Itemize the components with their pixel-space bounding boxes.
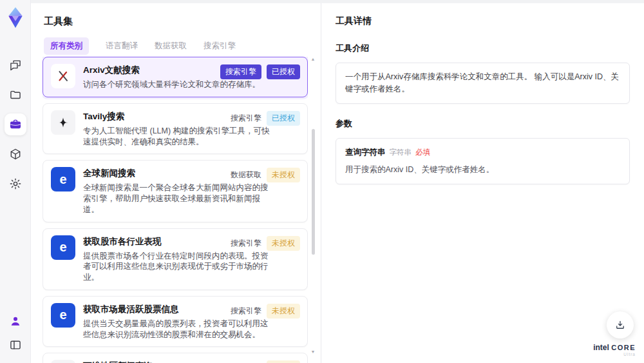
category-label: 搜索引擎 [231,113,261,124]
tool-description: 全球新闻搜索是一个聚合全球各大新闻网站内容的搜索引擎，帮助用户快速获取全球最新资… [83,182,270,215]
param-description: 用于搜索的Arxiv ID、关键字或作者姓名。 [345,164,620,176]
auth-status-badge: 未授权 [267,168,300,182]
category-label: 数据获取 [231,170,261,181]
tool-description: 提供股票市场各个行业在特定时间段内的表现。投资者可以利用这些信息来识别表现优于或… [83,251,270,283]
param-box: 查询字符串字符串必填 用于搜索的Arxiv ID、关键字或作者姓名。 [336,138,630,185]
sidebar [0,0,31,363]
core-brand-text: CORE [611,344,636,351]
category-badge: 搜索引擎 [220,64,261,79]
folder-icon[interactable] [5,84,26,106]
intro-heading: 工具介绍 [336,43,630,54]
tool-card-regional-news[interactable]: 万维地区新闻查询 查询具体行政区划内的新闻，快速了解各地新闻动 搜索引擎 未授权 [43,353,308,363]
scroll-down-arrow-icon[interactable]: ▼ [310,349,316,354]
tavily-star-icon [51,110,75,135]
auth-status-badge: 未授权 [267,236,300,251]
intel-core-logo: intel CORE Ultra [593,344,636,357]
sidebar-bottom [6,312,24,363]
tab-all-categories[interactable]: 所有类别 [44,37,89,55]
tool-card-list: Arxiv文献搜索 访问各个研究领域大量科学论文和文章的存储库。 搜索引擎 已授… [43,57,308,363]
brand-sub-text: Ultra [593,353,636,357]
intel-brand-text: intel [593,343,609,352]
panel-toggle-icon[interactable] [6,336,24,354]
category-tabs: 所有类别 语言翻译 数据获取 搜索引擎 [44,37,236,55]
params-heading: 参数 [336,118,630,130]
app-logo-icon [5,6,26,30]
param-required-flag: 必填 [415,148,430,156]
page-title: 工具集 [44,15,73,28]
user-avatar-icon[interactable] [6,312,24,330]
tool-card-arxiv[interactable]: Arxiv文献搜索 访问各个研究领域大量科学论文和文章的存储库。 搜索引擎 已授… [43,57,308,97]
tool-description: 专为人工智能代理 (LLM) 构建的搜索引擎工具，可快速提供实时、准确和真实的结… [83,126,270,148]
intro-box: 一个用于从Arxiv存储库搜索科学论文和文章的工具。 输入可以是Arxiv ID… [336,63,630,104]
download-tray-icon [614,319,626,331]
category-label: 搜索引擎 [231,306,261,317]
settings-gear-icon[interactable] [5,173,26,195]
scrollbar-thumb[interactable] [312,129,315,255]
tab-data-acquisition[interactable]: 数据获取 [155,37,187,55]
list-scrollbar: ▲ ▼ [310,57,316,358]
building-news-icon [51,360,75,363]
tool-card-global-news[interactable]: e 全球新闻搜索 全球新闻搜索是一个聚合全球各大新闻网站内容的搜索引擎，帮助用户… [43,160,308,222]
details-title: 工具详情 [336,15,630,27]
arxiv-logo-icon [51,64,75,88]
tool-card-tavily[interactable]: Tavily搜索 专为人工智能代理 (LLM) 构建的搜索引擎工具，可快速提供实… [43,103,308,155]
param-name: 查询字符串 [345,148,386,157]
news-app-icon: e [51,235,75,260]
tab-search-engine[interactable]: 搜索引擎 [204,37,236,55]
tool-card-active-stocks[interactable]: e 获取市场最活跃股票信息 提供当天交易量最高的股票列表，投资者可以利用这些信息… [43,296,308,348]
tab-language-translation[interactable]: 语言翻译 [106,37,138,55]
package-icon[interactable] [5,143,26,165]
tool-description: 访问各个研究领域大量科学论文和文章的存储库。 [83,79,270,90]
tool-details-panel: 工具详情 工具介绍 一个用于从Arxiv存储库搜索科学论文和文章的工具。 输入可… [321,0,644,363]
news-app-icon: e [51,167,75,191]
news-app-icon: e [51,303,75,328]
tool-description: 提供当天交易量最高的股票列表，投资者可以利用这些信息来识别流动性强的股票和潜在的… [83,319,270,340]
auth-status-badge: 已授权 [267,111,300,126]
chat-icon[interactable] [5,54,26,76]
sidebar-nav [5,54,26,195]
window-top-edge [31,0,644,3]
tools-list-panel: 工具集 所有类别 语言翻译 数据获取 搜索引擎 Arxiv文献搜索 访问各个研究… [31,0,321,363]
download-button[interactable] [607,311,634,338]
auth-status-badge: 未授权 [267,304,300,319]
auth-status-badge: 未授权 [267,360,300,363]
category-label: 搜索引擎 [231,238,261,249]
intro-text: 一个用于从Arxiv存储库搜索科学论文和文章的工具。 输入可以是Arxiv ID… [345,72,619,93]
auth-status-badge: 已授权 [267,64,300,79]
param-type: 字符串 [390,148,412,156]
tool-card-sector-performance[interactable]: e 获取股市各行业表现 提供股票市场各个行业在特定时间段内的表现。投资者可以利用… [43,228,308,290]
toolbox-icon[interactable] [5,113,26,135]
scroll-up-arrow-icon[interactable]: ▲ [310,57,316,61]
